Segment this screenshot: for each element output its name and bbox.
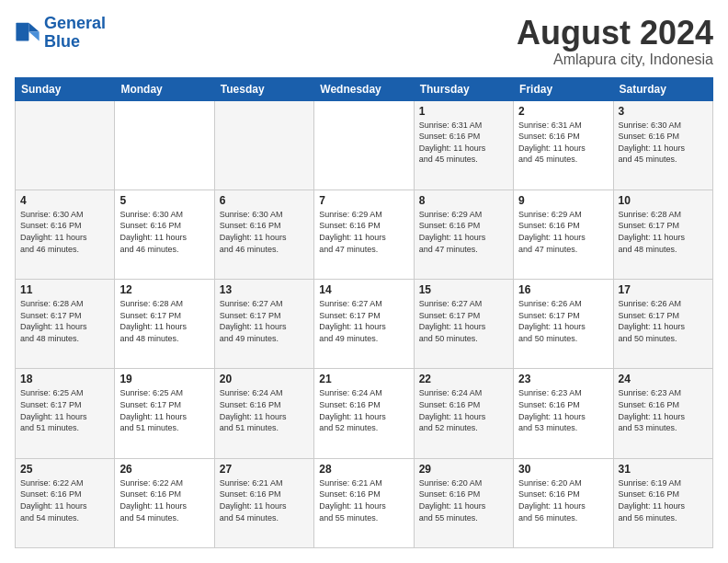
- day-info: Sunrise: 6:27 AM Sunset: 6:17 PM Dayligh…: [319, 298, 408, 344]
- day-info: Sunrise: 6:21 AM Sunset: 6:16 PM Dayligh…: [319, 477, 408, 523]
- day-number: 22: [419, 373, 508, 385]
- day-info: Sunrise: 6:31 AM Sunset: 6:16 PM Dayligh…: [419, 120, 508, 166]
- day-info: Sunrise: 6:28 AM Sunset: 6:17 PM Dayligh…: [20, 298, 109, 344]
- calendar-cell: 23Sunrise: 6:23 AM Sunset: 6:16 PM Dayli…: [514, 369, 613, 458]
- day-number: 26: [119, 463, 209, 476]
- logo: General Blue: [15, 15, 106, 52]
- calendar-table: SundayMondayTuesdayWednesdayThursdayFrid…: [15, 77, 713, 548]
- day-info: Sunrise: 6:27 AM Sunset: 6:17 PM Dayligh…: [419, 298, 508, 344]
- calendar-week-3: 11Sunrise: 6:28 AM Sunset: 6:17 PM Dayli…: [16, 280, 713, 369]
- header: General Blue August 2024 Amlapura city, …: [15, 15, 713, 68]
- calendar-cell: 20Sunrise: 6:24 AM Sunset: 6:16 PM Dayli…: [214, 369, 313, 458]
- day-info: Sunrise: 6:29 AM Sunset: 6:16 PM Dayligh…: [518, 209, 608, 255]
- day-info: Sunrise: 6:30 AM Sunset: 6:16 PM Dayligh…: [220, 209, 309, 255]
- day-number: 16: [518, 283, 608, 296]
- day-info: Sunrise: 6:30 AM Sunset: 6:16 PM Dayligh…: [119, 209, 209, 255]
- day-info: Sunrise: 6:24 AM Sunset: 6:16 PM Dayligh…: [319, 387, 408, 433]
- day-number: 7: [319, 194, 408, 207]
- calendar-header-saturday: Saturday: [613, 77, 712, 100]
- svg-marker-1: [28, 31, 39, 40]
- calendar-cell: 22Sunrise: 6:24 AM Sunset: 6:16 PM Dayli…: [414, 369, 513, 458]
- day-number: 13: [220, 283, 309, 296]
- day-info: Sunrise: 6:30 AM Sunset: 6:16 PM Dayligh…: [20, 209, 109, 255]
- subtitle: Amlapura city, Indonesia: [517, 52, 713, 68]
- day-number: 17: [619, 283, 708, 296]
- calendar-header-friday: Friday: [514, 77, 613, 100]
- calendar-header-monday: Monday: [115, 77, 214, 100]
- calendar-week-5: 25Sunrise: 6:22 AM Sunset: 6:16 PM Dayli…: [16, 458, 713, 547]
- calendar-week-4: 18Sunrise: 6:25 AM Sunset: 6:17 PM Dayli…: [16, 369, 713, 458]
- calendar-cell: 3Sunrise: 6:30 AM Sunset: 6:16 PM Daylig…: [613, 100, 712, 190]
- calendar-cell: 5Sunrise: 6:30 AM Sunset: 6:16 PM Daylig…: [115, 190, 214, 279]
- day-info: Sunrise: 6:31 AM Sunset: 6:16 PM Dayligh…: [518, 120, 608, 166]
- day-info: Sunrise: 6:23 AM Sunset: 6:16 PM Dayligh…: [518, 387, 608, 433]
- calendar-cell: 30Sunrise: 6:20 AM Sunset: 6:16 PM Dayli…: [514, 458, 613, 547]
- day-number: 19: [119, 373, 209, 385]
- calendar-cell: 8Sunrise: 6:29 AM Sunset: 6:16 PM Daylig…: [414, 190, 513, 279]
- day-info: Sunrise: 6:28 AM Sunset: 6:17 PM Dayligh…: [119, 298, 209, 344]
- day-info: Sunrise: 6:29 AM Sunset: 6:16 PM Dayligh…: [419, 209, 508, 255]
- logo-line2: Blue: [44, 32, 80, 51]
- title-block: August 2024 Amlapura city, Indonesia: [517, 15, 713, 68]
- day-info: Sunrise: 6:28 AM Sunset: 6:17 PM Dayligh…: [619, 209, 708, 255]
- calendar-cell: 9Sunrise: 6:29 AM Sunset: 6:16 PM Daylig…: [514, 190, 613, 279]
- day-info: Sunrise: 6:26 AM Sunset: 6:17 PM Dayligh…: [518, 298, 608, 344]
- calendar-cell: 25Sunrise: 6:22 AM Sunset: 6:16 PM Dayli…: [16, 458, 115, 547]
- calendar-cell: 21Sunrise: 6:24 AM Sunset: 6:16 PM Dayli…: [314, 369, 414, 458]
- day-info: Sunrise: 6:22 AM Sunset: 6:16 PM Dayligh…: [119, 477, 209, 523]
- calendar-header-row: SundayMondayTuesdayWednesdayThursdayFrid…: [16, 77, 713, 100]
- calendar-cell: 28Sunrise: 6:21 AM Sunset: 6:16 PM Dayli…: [314, 458, 414, 547]
- day-info: Sunrise: 6:30 AM Sunset: 6:16 PM Dayligh…: [619, 120, 708, 166]
- day-info: Sunrise: 6:25 AM Sunset: 6:17 PM Dayligh…: [20, 387, 109, 433]
- calendar-cell: 7Sunrise: 6:29 AM Sunset: 6:16 PM Daylig…: [314, 190, 414, 279]
- day-info: Sunrise: 6:27 AM Sunset: 6:17 PM Dayligh…: [220, 298, 309, 344]
- calendar-cell: 24Sunrise: 6:23 AM Sunset: 6:16 PM Dayli…: [613, 369, 712, 458]
- calendar-cell: [314, 100, 414, 190]
- day-info: Sunrise: 6:29 AM Sunset: 6:16 PM Dayligh…: [319, 209, 408, 255]
- day-number: 23: [518, 373, 608, 385]
- day-number: 20: [220, 373, 309, 385]
- calendar-header-wednesday: Wednesday: [314, 77, 414, 100]
- calendar-cell: 31Sunrise: 6:19 AM Sunset: 6:16 PM Dayli…: [613, 458, 712, 547]
- day-info: Sunrise: 6:25 AM Sunset: 6:17 PM Dayligh…: [119, 387, 209, 433]
- calendar-cell: 4Sunrise: 6:30 AM Sunset: 6:16 PM Daylig…: [16, 190, 115, 279]
- calendar-cell: 19Sunrise: 6:25 AM Sunset: 6:17 PM Dayli…: [115, 369, 214, 458]
- day-number: 12: [119, 283, 209, 296]
- day-info: Sunrise: 6:20 AM Sunset: 6:16 PM Dayligh…: [518, 477, 608, 523]
- day-info: Sunrise: 6:19 AM Sunset: 6:16 PM Dayligh…: [619, 477, 708, 523]
- calendar-cell: 13Sunrise: 6:27 AM Sunset: 6:17 PM Dayli…: [214, 280, 313, 369]
- day-number: 30: [518, 463, 608, 476]
- day-info: Sunrise: 6:26 AM Sunset: 6:17 PM Dayligh…: [619, 298, 708, 344]
- main-title: August 2024: [517, 15, 713, 52]
- calendar-cell: 26Sunrise: 6:22 AM Sunset: 6:16 PM Dayli…: [115, 458, 214, 547]
- calendar-cell: 16Sunrise: 6:26 AM Sunset: 6:17 PM Dayli…: [514, 280, 613, 369]
- calendar-header-tuesday: Tuesday: [214, 77, 313, 100]
- calendar-week-2: 4Sunrise: 6:30 AM Sunset: 6:16 PM Daylig…: [16, 190, 713, 279]
- day-number: 21: [319, 373, 408, 385]
- day-number: 2: [518, 105, 608, 118]
- calendar-cell: 11Sunrise: 6:28 AM Sunset: 6:17 PM Dayli…: [16, 280, 115, 369]
- svg-rect-2: [16, 23, 28, 41]
- logo-icon: [15, 20, 40, 46]
- day-number: 3: [619, 105, 708, 118]
- day-info: Sunrise: 6:20 AM Sunset: 6:16 PM Dayligh…: [419, 477, 508, 523]
- logo-text: General Blue: [44, 15, 106, 52]
- day-number: 8: [419, 194, 508, 207]
- day-info: Sunrise: 6:24 AM Sunset: 6:16 PM Dayligh…: [419, 387, 508, 433]
- calendar-header-sunday: Sunday: [16, 77, 115, 100]
- logo-line1: General: [44, 14, 106, 32]
- day-info: Sunrise: 6:22 AM Sunset: 6:16 PM Dayligh…: [20, 477, 109, 523]
- calendar-cell: 15Sunrise: 6:27 AM Sunset: 6:17 PM Dayli…: [414, 280, 513, 369]
- calendar-cell: 27Sunrise: 6:21 AM Sunset: 6:16 PM Dayli…: [214, 458, 313, 547]
- day-number: 14: [319, 283, 408, 296]
- day-number: 5: [119, 194, 209, 207]
- calendar-cell: 17Sunrise: 6:26 AM Sunset: 6:17 PM Dayli…: [613, 280, 712, 369]
- calendar-week-1: 1Sunrise: 6:31 AM Sunset: 6:16 PM Daylig…: [16, 100, 713, 190]
- day-number: 27: [220, 463, 309, 476]
- day-info: Sunrise: 6:21 AM Sunset: 6:16 PM Dayligh…: [220, 477, 309, 523]
- day-number: 28: [319, 463, 408, 476]
- day-number: 24: [619, 373, 708, 385]
- calendar-cell: 12Sunrise: 6:28 AM Sunset: 6:17 PM Dayli…: [115, 280, 214, 369]
- svg-marker-0: [28, 23, 39, 32]
- day-info: Sunrise: 6:24 AM Sunset: 6:16 PM Dayligh…: [220, 387, 309, 433]
